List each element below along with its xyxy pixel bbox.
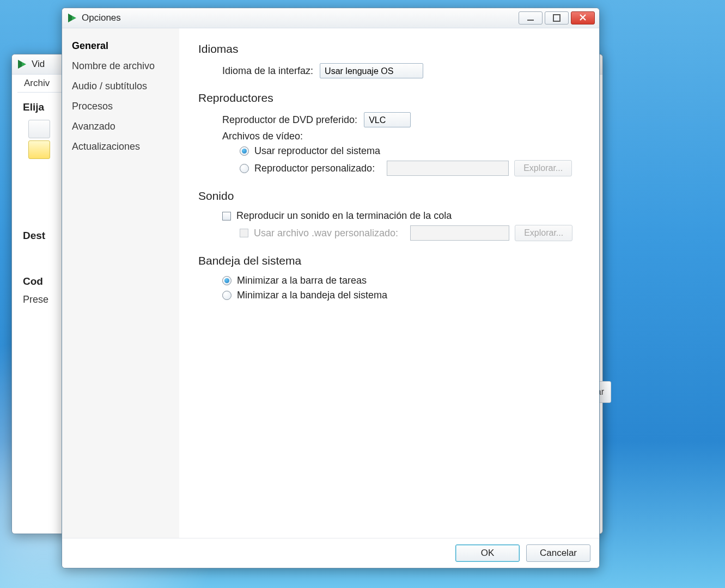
- app-icon: [16, 59, 27, 70]
- label-video-files: Archivos de vídeo:: [222, 131, 585, 142]
- maximize-button[interactable]: [545, 11, 569, 24]
- browse-player-button[interactable]: Explorar...: [514, 160, 572, 176]
- close-button[interactable]: [571, 11, 595, 24]
- radio-icon: [240, 146, 249, 156]
- checkbox-icon: [222, 212, 231, 220]
- options-sidebar: General Nombre de archivo Audio / subtít…: [62, 28, 180, 538]
- svg-marker-1: [18, 60, 22, 69]
- ok-button[interactable]: OK: [455, 544, 520, 562]
- label-dvd-player: Reproductor de DVD preferido:: [222, 114, 357, 126]
- checkbox-custom-wav[interactable]: Usar archivo .wav personalizado:: [240, 228, 405, 239]
- cancel-button[interactable]: Cancelar: [526, 544, 590, 562]
- dialog-footer: OK Cancelar: [62, 538, 599, 568]
- minimize-icon: [527, 20, 534, 21]
- ui-language-select[interactable]: Usar lenguaje OS: [320, 63, 423, 78]
- section-tray-title: Bandeja del sistema: [198, 254, 585, 267]
- section-sound-title: Sonido: [198, 189, 585, 203]
- svg-marker-3: [68, 14, 72, 22]
- radio-icon: [222, 291, 231, 300]
- radio-icon: [222, 276, 231, 285]
- custom-wav-path-input[interactable]: [410, 225, 509, 241]
- sidebar-item-audio[interactable]: Audio / subtítulos: [62, 76, 179, 96]
- radio-icon: [240, 164, 249, 173]
- radio-system-player[interactable]: Usar reproductor del sistema: [240, 145, 387, 157]
- radio-custom-player[interactable]: Reproductor personalizado:: [240, 163, 381, 174]
- sidebar-item-processes[interactable]: Procesos: [62, 96, 179, 117]
- radio-minimize-taskbar[interactable]: Minimizar a la barra de tareas: [222, 275, 373, 286]
- sidebar-item-general[interactable]: General: [62, 36, 179, 56]
- options-content: Idiomas Idioma de la interfaz: Usar leng…: [180, 28, 599, 538]
- options-titlebar: Opciones: [62, 8, 599, 28]
- checkbox-icon: [240, 229, 248, 237]
- close-icon: [580, 13, 586, 23]
- section-players-title: Reproductores: [198, 91, 585, 105]
- browse-wav-button[interactable]: Explorar...: [515, 225, 572, 241]
- checkbox-play-sound[interactable]: Reproducir un sonido en la terminación d…: [222, 210, 458, 222]
- custom-player-path-input[interactable]: [387, 161, 509, 176]
- parent-button-1[interactable]: [28, 120, 50, 138]
- minimize-button[interactable]: [519, 11, 543, 24]
- sidebar-item-filename[interactable]: Nombre de archivo: [62, 56, 179, 76]
- maximize-icon: [553, 14, 560, 22]
- sidebar-item-updates[interactable]: Actualizaciones: [62, 137, 179, 157]
- sidebar-item-advanced[interactable]: Avanzado: [62, 117, 179, 137]
- dvd-player-select[interactable]: VLC: [364, 112, 411, 127]
- label-ui-language: Idioma de la interfaz:: [222, 65, 313, 77]
- options-title: Opciones: [82, 13, 519, 23]
- radio-minimize-tray[interactable]: Minimizar a la bandeja del sistema: [222, 290, 394, 301]
- options-dialog: Opciones General Nombre de archivo Audio…: [62, 8, 600, 568]
- app-icon: [66, 13, 77, 23]
- parent-button-2[interactable]: [28, 140, 50, 159]
- section-languages-title: Idiomas: [198, 42, 585, 56]
